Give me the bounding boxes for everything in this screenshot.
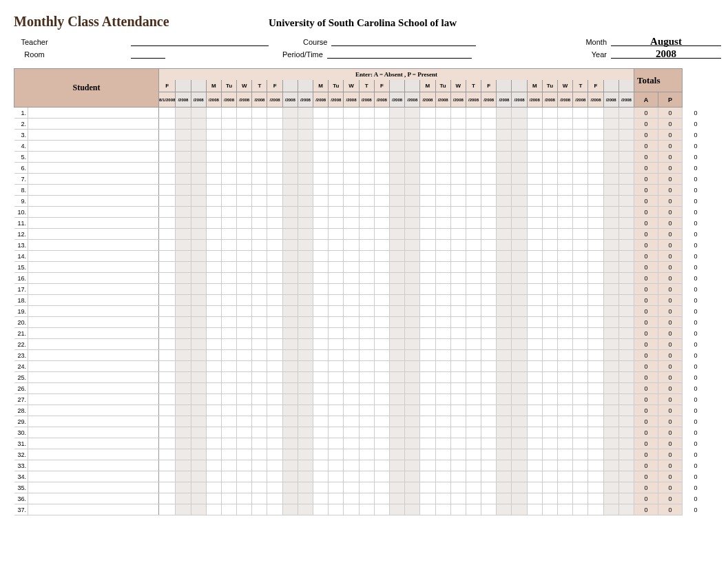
- attendance-cell[interactable]: [191, 152, 206, 163]
- attendance-cell[interactable]: [237, 240, 252, 251]
- attendance-cell[interactable]: [329, 295, 344, 306]
- attendance-cell[interactable]: [298, 372, 313, 383]
- attendance-cell[interactable]: [237, 218, 252, 229]
- attendance-cell[interactable]: [252, 163, 267, 174]
- attendance-cell[interactable]: [573, 394, 588, 405]
- student-name-cell[interactable]: [28, 438, 159, 449]
- attendance-cell[interactable]: [450, 295, 466, 306]
- attendance-cell[interactable]: [298, 394, 313, 405]
- attendance-cell[interactable]: [267, 328, 282, 339]
- attendance-cell[interactable]: [267, 405, 282, 416]
- attendance-cell[interactable]: [206, 350, 221, 361]
- attendance-cell[interactable]: [374, 438, 389, 449]
- attendance-cell[interactable]: [588, 273, 603, 284]
- attendance-cell[interactable]: [206, 383, 221, 394]
- attendance-cell[interactable]: [191, 416, 206, 427]
- attendance-cell[interactable]: [267, 493, 282, 504]
- attendance-cell[interactable]: [512, 471, 527, 482]
- attendance-cell[interactable]: [558, 218, 573, 229]
- attendance-cell[interactable]: [558, 273, 573, 284]
- attendance-cell[interactable]: [374, 317, 389, 328]
- attendance-cell[interactable]: [450, 416, 466, 427]
- attendance-cell[interactable]: [191, 471, 206, 482]
- attendance-cell[interactable]: [558, 130, 573, 141]
- attendance-cell[interactable]: [420, 130, 435, 141]
- student-name-cell[interactable]: [28, 427, 159, 438]
- attendance-cell[interactable]: [542, 185, 557, 196]
- attendance-cell[interactable]: [267, 427, 282, 438]
- attendance-cell[interactable]: [389, 482, 404, 493]
- attendance-cell[interactable]: [497, 394, 512, 405]
- attendance-cell[interactable]: [618, 108, 634, 119]
- attendance-cell[interactable]: [497, 361, 512, 372]
- attendance-cell[interactable]: [329, 460, 344, 471]
- attendance-cell[interactable]: [206, 174, 221, 185]
- attendance-cell[interactable]: [159, 416, 176, 427]
- attendance-cell[interactable]: [159, 119, 176, 130]
- attendance-cell[interactable]: [206, 141, 221, 152]
- attendance-cell[interactable]: [344, 504, 359, 515]
- attendance-cell[interactable]: [221, 240, 236, 251]
- attendance-cell[interactable]: [374, 306, 389, 317]
- attendance-cell[interactable]: [466, 416, 481, 427]
- attendance-cell[interactable]: [191, 141, 206, 152]
- attendance-cell[interactable]: [405, 405, 420, 416]
- attendance-cell[interactable]: [558, 328, 573, 339]
- attendance-cell[interactable]: [450, 471, 466, 482]
- attendance-cell[interactable]: [542, 350, 557, 361]
- attendance-cell[interactable]: [405, 350, 420, 361]
- attendance-cell[interactable]: [420, 185, 435, 196]
- attendance-cell[interactable]: [237, 174, 252, 185]
- attendance-cell[interactable]: [573, 152, 588, 163]
- attendance-cell[interactable]: [420, 372, 435, 383]
- attendance-cell[interactable]: [237, 449, 252, 460]
- attendance-cell[interactable]: [512, 449, 527, 460]
- attendance-cell[interactable]: [527, 240, 542, 251]
- attendance-cell[interactable]: [374, 130, 389, 141]
- attendance-cell[interactable]: [405, 284, 420, 295]
- attendance-cell[interactable]: [466, 262, 481, 273]
- student-name-cell[interactable]: [28, 328, 159, 339]
- attendance-cell[interactable]: [466, 361, 481, 372]
- attendance-cell[interactable]: [282, 372, 298, 383]
- attendance-cell[interactable]: [405, 163, 420, 174]
- attendance-cell[interactable]: [405, 317, 420, 328]
- attendance-cell[interactable]: [221, 383, 236, 394]
- attendance-cell[interactable]: [344, 482, 359, 493]
- attendance-cell[interactable]: [389, 383, 404, 394]
- attendance-cell[interactable]: [466, 394, 481, 405]
- attendance-cell[interactable]: [497, 350, 512, 361]
- attendance-cell[interactable]: [512, 482, 527, 493]
- attendance-cell[interactable]: [191, 207, 206, 218]
- attendance-cell[interactable]: [237, 229, 252, 240]
- attendance-cell[interactable]: [221, 174, 236, 185]
- attendance-cell[interactable]: [389, 361, 404, 372]
- attendance-cell[interactable]: [481, 163, 497, 174]
- attendance-cell[interactable]: [359, 405, 374, 416]
- attendance-cell[interactable]: [573, 207, 588, 218]
- attendance-cell[interactable]: [603, 196, 618, 207]
- attendance-cell[interactable]: [450, 229, 466, 240]
- attendance-cell[interactable]: [405, 240, 420, 251]
- attendance-cell[interactable]: [405, 438, 420, 449]
- attendance-cell[interactable]: [588, 152, 603, 163]
- attendance-cell[interactable]: [405, 504, 420, 515]
- attendance-cell[interactable]: [420, 295, 435, 306]
- attendance-cell[interactable]: [282, 350, 298, 361]
- attendance-cell[interactable]: [512, 251, 527, 262]
- attendance-cell[interactable]: [329, 284, 344, 295]
- attendance-cell[interactable]: [159, 273, 176, 284]
- attendance-cell[interactable]: [359, 471, 374, 482]
- attendance-cell[interactable]: [389, 163, 404, 174]
- attendance-cell[interactable]: [237, 460, 252, 471]
- attendance-cell[interactable]: [176, 240, 191, 251]
- attendance-cell[interactable]: [450, 361, 466, 372]
- attendance-cell[interactable]: [450, 394, 466, 405]
- attendance-cell[interactable]: [497, 240, 512, 251]
- attendance-cell[interactable]: [573, 493, 588, 504]
- attendance-cell[interactable]: [542, 240, 557, 251]
- attendance-cell[interactable]: [466, 493, 481, 504]
- attendance-cell[interactable]: [282, 471, 298, 482]
- attendance-cell[interactable]: [481, 185, 497, 196]
- attendance-cell[interactable]: [359, 174, 374, 185]
